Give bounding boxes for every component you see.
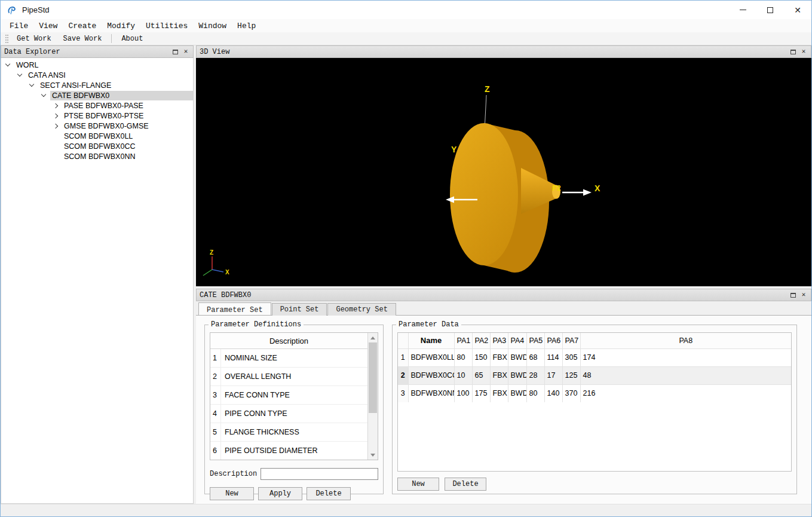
dock-close-button[interactable]: ✕ [181,47,191,56]
menu-window[interactable]: Window [193,20,232,32]
row-number: 1 [210,349,221,367]
definition-row[interactable]: 5FLANGE THICKNESS [210,423,367,442]
data-cell: 68 [526,348,544,366]
data-explorer-titlebar[interactable]: Data Explorer ✕ [1,45,194,58]
data-cell: 80 [526,384,544,402]
expand-arrow-icon[interactable] [53,103,58,108]
tree-item-scom-bdfwbx0cc[interactable]: SCOM BDFWBX0CC [1,141,193,151]
data-delete-button[interactable]: Delete [445,478,486,491]
dock-close-button[interactable]: ✕ [799,290,808,299]
z-axis-label: Z [485,84,490,94]
definition-row[interactable]: 3FACE CONN TYPE [210,386,367,405]
definition-row[interactable]: 1NOMINAL SIZE [210,349,367,368]
explorer-tree: WORLCATA ANSISECT ANSI-FLANGECATE BDFWBX… [1,58,194,504]
maximize-button[interactable] [756,1,784,19]
row-number: 3 [398,384,408,402]
tab-point-set[interactable]: Point Set [272,303,327,316]
view3d-canvas[interactable]: Z Y X P2 Z X [196,58,811,286]
data-cell: 114 [544,348,562,366]
definition-row[interactable]: 6PIPE OUTSIDE DIAMETER [210,442,367,460]
new-button[interactable]: New [210,487,254,500]
tab-parameter-set[interactable]: Parameter Set [198,302,271,315]
scrollbar-track[interactable] [368,342,378,450]
close-button[interactable]: ✕ [784,1,811,19]
column-header-pa6[interactable]: PA6 [544,333,562,348]
y-axis-label: Y [451,145,457,154]
float-button[interactable] [788,290,798,299]
gizmo-x-label: X [225,269,229,276]
definition-row[interactable]: 2OVERALL LENGTH [210,368,367,386]
tree-item-label: SCOM BDFWBX0NN [62,152,193,161]
collapse-arrow-icon[interactable] [17,72,22,77]
tree-item-ptse-bdfwbx0-ptse[interactable]: PTSE BDFWBX0-PTSE [1,111,193,121]
menu-utilities[interactable]: Utilities [140,20,193,32]
dock-close-button[interactable]: ✕ [799,47,808,56]
definitions-table-body: 1NOMINAL SIZE2OVERALL LENGTH3FACE CONN T… [210,349,367,460]
data-cell: FBX [490,384,508,402]
title-bar[interactable]: PipeStd ✕ [1,1,811,19]
column-header-pa2[interactable]: PA2 [472,333,490,348]
parameter-set-pane: Parameter Definitions Description 1NOMIN… [196,316,811,504]
definition-description: PIPE CONN TYPE [221,405,367,423]
tree-item-scom-bdfwbx0ll[interactable]: SCOM BDFWBX0LL [1,131,193,141]
data-row[interactable]: 2BDFWBX0CC1065FBXBWD281712548 [398,366,791,384]
scroll-down-button[interactable] [368,450,378,460]
close-icon: ✕ [184,48,188,55]
scrollbar-thumb[interactable] [369,342,377,413]
column-header-pa1[interactable]: PA1 [454,333,472,348]
row-number: 2 [398,366,408,384]
flange-face [450,123,518,265]
tab-geometry-set[interactable]: Geometry Set [327,303,396,316]
tree-item-cata-ansi[interactable]: CATA ANSI [1,70,193,80]
expand-arrow-icon[interactable] [53,123,58,128]
row-number: 6 [210,442,221,460]
delete-button[interactable]: Delete [307,487,351,500]
status-bar [1,504,811,516]
column-header-pa3[interactable]: PA3 [490,333,508,348]
data-cell: 125 [562,366,580,384]
toolbar-get-work-button[interactable]: Get Work [11,33,57,44]
tree-item-sect-ansi-flange[interactable]: SECT ANSI-FLANGE [1,80,193,90]
editor-titlebar[interactable]: CATE BDFWBX0 ✕ [196,289,811,301]
tree-item-worl[interactable]: WORL [1,60,193,70]
data-new-button[interactable]: New [397,478,439,491]
collapse-arrow-icon[interactable] [5,62,10,66]
menu-view[interactable]: View [33,20,63,32]
tree-item-scom-bdfwbx0nn[interactable]: SCOM BDFWBX0NN [1,151,193,161]
data-row[interactable]: 3BDFWBX0NN100175FBXBWD80140370216 [398,384,791,402]
float-button[interactable] [170,47,180,56]
toolbar-save-work-button[interactable]: Save Work [57,33,108,44]
column-header-pa5[interactable]: PA5 [526,333,544,348]
description-column-header[interactable]: Description [210,333,367,349]
collapse-arrow-icon[interactable] [41,92,46,97]
definition-row[interactable]: 4PIPE CONN TYPE [210,405,367,423]
right-column: 3D View ✕ [196,45,811,504]
close-icon: ✕ [802,292,806,298]
menu-file[interactable]: File [4,20,33,32]
menu-modify[interactable]: Modify [102,20,140,32]
description-input[interactable] [261,468,378,480]
toolbar-grip[interactable] [5,35,8,43]
menu-create[interactable]: Create [63,20,102,32]
float-button[interactable] [788,47,798,56]
tree-item-gmse-bdfwbx0-gmse[interactable]: GMSE BDFWBX0-GMSE [1,121,193,131]
definitions-scrollbar[interactable] [367,333,378,460]
view3d-titlebar[interactable]: 3D View ✕ [196,45,811,58]
expand-arrow-icon[interactable] [53,113,58,118]
menu-help[interactable]: Help [232,20,261,32]
column-header-pa8[interactable]: PA8 [580,333,791,348]
tree-item-pase-bdfwbx0-pase[interactable]: PASE BDFWBX0-PASE [1,100,193,111]
minimize-button[interactable] [729,1,756,19]
column-header-pa4[interactable]: PA4 [508,333,526,348]
column-header-pa7[interactable]: PA7 [562,333,580,348]
scroll-up-button[interactable] [368,333,378,342]
apply-button[interactable]: Apply [258,487,302,500]
collapse-arrow-icon[interactable] [29,82,34,87]
toolbar-about-button[interactable]: About [115,33,149,44]
column-header-name[interactable]: Name [408,333,454,348]
tree-item-label: SCOM BDFWBX0LL [62,131,193,141]
tree-item-label: PTSE BDFWBX0-PTSE [62,111,193,121]
tree-item-cate-bdfwbx0[interactable]: CATE BDFWBX0 [1,90,193,100]
editor-title: CATE BDFWBX0 [200,291,251,299]
data-row[interactable]: 1BDFWBX0LL80150FBXBWD68114305174 [398,348,791,366]
